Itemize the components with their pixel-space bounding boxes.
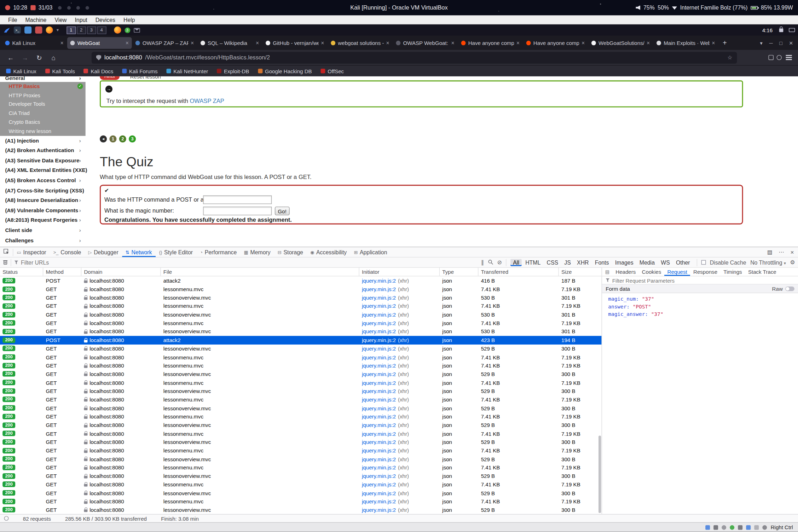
filter-request-parameters-input[interactable]: Filter Request Parameters (602, 276, 798, 284)
network-request-row[interactable]: 200GETlocalhost:8080lessonoverview.mvcjq… (0, 421, 602, 429)
browser-tab[interactable]: OWASP ZAP – ZAP× (132, 37, 197, 48)
forward-button[interactable]: → (19, 54, 31, 62)
clear-requests-icon[interactable] (3, 259, 8, 265)
initiator-link[interactable]: jquery.min.js:2 (362, 464, 396, 470)
tab-close-icon[interactable]: × (516, 40, 520, 46)
raw-toggle-switch[interactable] (785, 286, 794, 291)
tab-close-icon[interactable]: × (126, 40, 129, 46)
tab-close-icon[interactable]: × (712, 40, 715, 46)
network-request-row[interactable]: 200GETlocalhost:8080lessonoverview.mvcjq… (0, 455, 602, 463)
network-request-row[interactable]: 200POSTlocalhost:8080attack2jquery.min.j… (0, 336, 602, 344)
wifi-icon[interactable] (672, 6, 677, 10)
bookmark-item[interactable]: Kali Docs (83, 68, 113, 74)
tray-icon[interactable] (67, 6, 71, 10)
filter-media[interactable]: Media (637, 259, 658, 266)
prev-page-icon[interactable]: ◄ (100, 135, 107, 143)
initiator-link[interactable]: jquery.min.js:2 (362, 414, 396, 420)
network-request-row[interactable]: 200GETlocalhost:8080lessonmenu.mvcjquery… (0, 412, 602, 421)
browser-tab[interactable]: WebGoat× (67, 37, 132, 48)
network-request-row[interactable]: 200GETlocalhost:8080lessonmenu.mvcjquery… (0, 463, 602, 472)
list-tabs-icon[interactable]: ▾ (760, 40, 762, 46)
initiator-link[interactable]: jquery.min.js:2 (362, 473, 396, 479)
initiator-link[interactable]: jquery.min.js:2 (362, 346, 396, 352)
initiator-link[interactable]: jquery.min.js:2 (362, 278, 396, 284)
sidebar-lesson-writing-new-lesson[interactable]: Writing new lesson (0, 127, 86, 135)
text-editor-icon[interactable] (35, 27, 42, 34)
sidebar-category--a9-vulnerable-components[interactable]: (A9) Vulnerable Components› (0, 206, 86, 215)
maximize-icon[interactable]: □ (779, 40, 782, 46)
magic-number-input[interactable] (203, 207, 272, 215)
initiator-link[interactable]: jquery.min.js:2 (362, 481, 396, 487)
browser-tab[interactable]: Have anyone compl× (458, 37, 523, 48)
sidebar-lesson-http-basics[interactable]: HTTP Basics✓ (0, 82, 86, 91)
devtools-tab-console[interactable]: >_Console (50, 247, 85, 257)
display-icon[interactable] (789, 28, 795, 32)
new-tab-button[interactable]: + (719, 39, 731, 47)
devtools-tab-inspector[interactable]: ▭Inspector (13, 247, 50, 257)
tab-close-icon[interactable]: × (321, 40, 324, 46)
sidebar-category--a2-broken-authentication[interactable]: (A2) Broken Authentication› (0, 146, 86, 156)
filter-xhr[interactable]: XHR (574, 259, 591, 266)
http-command-input[interactable] (203, 195, 272, 204)
initiator-link[interactable]: jquery.min.js:2 (362, 388, 396, 394)
browser-tab[interactable]: OWASP WebGoat:× (393, 37, 458, 48)
devtools-tab-network[interactable]: ⇅Network (122, 247, 156, 257)
sidebar-category--a3-sensitive-data-exposure[interactable]: (A3) Sensitive Data Exposure› (0, 156, 86, 166)
tab-close-icon[interactable]: × (256, 40, 259, 46)
sidebar-category--a1-injection[interactable]: (A1) Injection› (0, 136, 86, 146)
initiator-link[interactable]: jquery.min.js:2 (362, 303, 396, 309)
devtools-tab-storage[interactable]: ⊟Storage (274, 247, 307, 257)
lock-screen-icon[interactable] (779, 28, 783, 32)
lesson-page-2[interactable]: 2 (119, 135, 126, 143)
initiator-link[interactable]: jquery.min.js:2 (362, 490, 396, 496)
bookmark-item[interactable]: OffSec (320, 68, 344, 74)
raw-toggle[interactable]: Raw (772, 285, 794, 291)
network-request-row[interactable]: 200GETlocalhost:8080lessonoverview.mvcjq… (0, 327, 602, 336)
filter-html[interactable]: HTML (523, 259, 543, 266)
tray-icon[interactable] (58, 6, 62, 10)
pause-icon[interactable]: ∥ (481, 259, 484, 266)
network-request-row[interactable]: 200POSTlocalhost:8080attack2jquery.min.j… (0, 276, 602, 285)
workspace-4[interactable]: 4 (97, 26, 106, 34)
bookmark-item[interactable]: Kali Tools (45, 68, 75, 74)
display-status-icon[interactable] (705, 525, 710, 530)
volume-icon[interactable] (636, 5, 640, 10)
sidebar-lesson-http-proxies[interactable]: HTTP Proxies (0, 91, 86, 100)
menu-file[interactable]: File (4, 17, 22, 23)
details-tab-timings[interactable]: Timings (721, 268, 745, 276)
devtools-tab-style-editor[interactable]: {}Style Editor (156, 247, 196, 257)
kali-clock[interactable]: 4:16 (762, 27, 773, 33)
filter-js[interactable]: JS (562, 259, 573, 266)
close-devtools-icon[interactable]: × (790, 249, 794, 256)
network-request-row[interactable]: 200GETlocalhost:8080lessonmenu.mvcjquery… (0, 429, 602, 438)
network-request-row[interactable]: 200GETlocalhost:8080lessonmenu.mvcjquery… (0, 480, 602, 488)
devtools-tab-accessibility[interactable]: ◉Accessibility (307, 247, 350, 257)
usb-status-icon[interactable] (738, 525, 743, 530)
column-header-initiator[interactable]: Initiator (359, 268, 440, 276)
column-header-transferred[interactable]: Transferred (478, 268, 559, 276)
initiator-link[interactable]: jquery.min.js:2 (362, 337, 396, 343)
network-request-row[interactable]: 200GETlocalhost:8080lessonoverview.mvcjq… (0, 472, 602, 480)
network-request-row[interactable]: 200GETlocalhost:8080lessonoverview.mvcjq… (0, 506, 602, 514)
initiator-link[interactable]: jquery.min.js:2 (362, 312, 396, 318)
filter-all[interactable]: All (510, 259, 522, 266)
file-manager-icon[interactable] (24, 27, 31, 34)
details-tab-cookies[interactable]: Cookies (639, 268, 664, 276)
sidebar-category--a7-cross-site-scripting-xss-[interactable]: (A7) Cross-Site Scripting (XSS)› (0, 185, 86, 195)
network-request-row[interactable]: 200GETlocalhost:8080lessonoverview.mvcjq… (0, 344, 602, 353)
menu-icon[interactable] (786, 57, 792, 58)
split-console-icon[interactable]: ▤ (767, 249, 773, 256)
details-tab-response[interactable]: Response (690, 268, 720, 276)
network-request-row[interactable]: 200GETlocalhost:8080lessonmenu.mvcjquery… (0, 353, 602, 361)
firefox-task-icon[interactable] (114, 27, 121, 34)
sidebar-lesson-developer-tools[interactable]: Developer Tools (0, 100, 86, 109)
more-options-icon[interactable]: ⋯ (779, 249, 784, 256)
network-settings-gear-icon[interactable]: ⚙ (790, 259, 795, 266)
restart-assignment-icon[interactable]: → (105, 86, 112, 93)
filter-images[interactable]: Images (612, 259, 636, 266)
tab-close-icon[interactable]: × (60, 40, 64, 46)
details-tab-request[interactable]: Request (664, 268, 690, 276)
browser-tab[interactable]: Main Exploits · Web× (653, 37, 718, 48)
lesson-page-3[interactable]: 3 (129, 135, 136, 143)
network-request-row[interactable]: 200GETlocalhost:8080lessonoverview.mvcjq… (0, 387, 602, 395)
